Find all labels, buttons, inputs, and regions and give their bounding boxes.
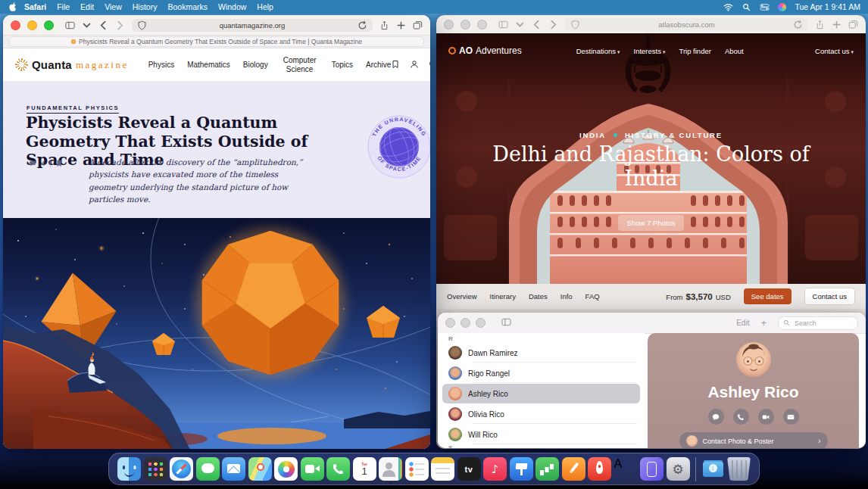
- reminders-dock-icon[interactable]: [405, 457, 429, 481]
- nav-archive[interactable]: Archive: [366, 61, 391, 69]
- notes-dock-icon[interactable]: [431, 457, 454, 481]
- video-call-button[interactable]: [758, 409, 774, 425]
- bookmark-icon[interactable]: [391, 58, 400, 72]
- rocket-dock-icon[interactable]: [588, 457, 611, 481]
- finder-dock-icon[interactable]: [117, 457, 141, 481]
- search-icon[interactable]: [429, 58, 430, 72]
- account-icon[interactable]: [410, 58, 419, 72]
- tab-overview-icon[interactable]: [413, 20, 423, 30]
- calendar-dock-icon[interactable]: Tue1: [353, 457, 376, 481]
- downloads-dock-icon[interactable]: [701, 457, 725, 481]
- atlas-logo[interactable]: AOAdventures: [448, 45, 522, 56]
- zoom-button[interactable]: [476, 318, 486, 328]
- menu-history[interactable]: History: [133, 2, 158, 11]
- add-contact-button[interactable]: +: [760, 317, 767, 329]
- save-article-icon[interactable]: [55, 160, 63, 167]
- app-store-dock-icon[interactable]: A: [614, 457, 638, 481]
- contact-row[interactable]: Will Rico: [442, 425, 640, 444]
- messages-dock-icon[interactable]: [196, 457, 220, 481]
- contact-photo-poster-row[interactable]: Contact Photo & Poster ›: [679, 432, 828, 448]
- forward-icon[interactable]: [548, 20, 558, 30]
- sidebar-icon[interactable]: [498, 20, 508, 30]
- browser-tab[interactable]: Physicists Reveal a Quantum Geometry Tha…: [9, 36, 424, 47]
- facetime-dock-icon[interactable]: [301, 457, 324, 481]
- sidebar-icon[interactable]: [501, 316, 511, 330]
- menu-bookmarks[interactable]: Bookmarks: [167, 2, 208, 11]
- minimize-button[interactable]: [461, 20, 470, 30]
- nav-destinations[interactable]: Destinations▾: [576, 47, 620, 55]
- nav-computer-science[interactable]: Computer Science: [281, 56, 319, 73]
- minimize-button[interactable]: [27, 20, 37, 30]
- nav-physics[interactable]: Physics: [148, 61, 174, 69]
- tab-overview-icon[interactable]: [848, 20, 858, 30]
- menu-file[interactable]: File: [57, 2, 70, 11]
- tab-info[interactable]: Info: [560, 292, 573, 301]
- contacts-dock-icon[interactable]: [379, 457, 402, 481]
- keynote-dock-icon[interactable]: [510, 457, 533, 481]
- call-button[interactable]: [733, 409, 749, 425]
- trash-dock-icon[interactable]: [727, 457, 751, 481]
- hero-tag-topic[interactable]: HISTORY & CULTURE: [625, 131, 723, 139]
- close-button[interactable]: [444, 20, 454, 30]
- contact-us-button[interactable]: Contact us: [804, 288, 855, 305]
- system-settings-dock-icon[interactable]: ⚙: [667, 457, 690, 481]
- maps-dock-icon[interactable]: [248, 457, 272, 481]
- edit-button[interactable]: Edit: [736, 319, 749, 327]
- quanta-logo[interactable]: Quantamagazine: [15, 58, 129, 71]
- url-field[interactable]: quantamagazine.org: [132, 19, 373, 32]
- mail-dock-icon[interactable]: [222, 457, 245, 481]
- show-photos-button[interactable]: Show 7 Photos: [618, 215, 685, 231]
- chevron-down-icon[interactable]: [515, 20, 525, 30]
- reload-icon[interactable]: [793, 20, 803, 30]
- menu-app-name[interactable]: Safari: [24, 2, 46, 11]
- spotlight-search-icon[interactable]: [742, 3, 751, 11]
- photos-dock-icon[interactable]: [274, 457, 298, 481]
- pages-dock-icon[interactable]: [562, 457, 585, 481]
- reload-icon[interactable]: [358, 20, 367, 30]
- hero-tag-country[interactable]: INDIA: [579, 131, 606, 139]
- siri-icon[interactable]: [778, 3, 786, 11]
- new-tab-icon[interactable]: [832, 20, 841, 30]
- comments-icon[interactable]: [29, 160, 36, 167]
- contact-row[interactable]: Olivia Rico: [442, 404, 640, 424]
- phone-dock-icon[interactable]: [326, 457, 350, 481]
- nav-trip-finder[interactable]: Trip finder: [679, 47, 710, 55]
- search-input[interactable]: [793, 319, 841, 328]
- music-dock-icon[interactable]: ♪: [483, 457, 507, 481]
- apple-menu-icon[interactable]: [9, 2, 17, 11]
- wifi-icon[interactable]: [723, 3, 733, 11]
- nav-biology[interactable]: Biology: [243, 61, 268, 69]
- close-button[interactable]: [11, 20, 20, 30]
- share-icon[interactable]: [815, 20, 825, 30]
- back-icon[interactable]: [98, 20, 108, 30]
- menu-bar-clock[interactable]: Tue Apr 1 9:41 AM: [795, 2, 860, 11]
- contact-photo[interactable]: [736, 342, 771, 377]
- nav-about[interactable]: About: [725, 47, 744, 55]
- tv-dock-icon[interactable]: tv: [457, 457, 481, 481]
- zoom-button[interactable]: [44, 20, 54, 30]
- email-button[interactable]: [783, 409, 799, 425]
- contact-row[interactable]: Rigo Rangel: [442, 363, 640, 383]
- menu-view[interactable]: View: [105, 2, 122, 11]
- launchpad-dock-icon[interactable]: [144, 457, 167, 481]
- back-icon[interactable]: [532, 20, 542, 30]
- article-kicker[interactable]: FUNDAMENTAL PHYSICS: [27, 104, 119, 114]
- menu-window[interactable]: Window: [218, 2, 246, 11]
- numbers-dock-icon[interactable]: [535, 457, 559, 481]
- iphone-mirroring-dock-icon[interactable]: [640, 457, 663, 481]
- tab-itinerary[interactable]: Itinerary: [490, 292, 516, 301]
- tab-dates[interactable]: Dates: [529, 292, 548, 301]
- close-button[interactable]: [445, 318, 455, 328]
- control-center-icon[interactable]: [760, 3, 770, 11]
- see-dates-button[interactable]: See dates: [744, 288, 792, 304]
- chevron-down-icon[interactable]: [82, 20, 92, 30]
- nav-topics[interactable]: Topics: [332, 61, 353, 69]
- nav-mathematics[interactable]: Mathematics: [187, 61, 230, 69]
- menu-edit[interactable]: Edit: [80, 2, 94, 11]
- share-icon[interactable]: [379, 20, 389, 30]
- zoom-button[interactable]: [477, 20, 487, 30]
- nav-interests[interactable]: Interests▾: [634, 47, 666, 55]
- safari-dock-icon[interactable]: [170, 457, 193, 481]
- contact-row-selected[interactable]: Ashley Rico: [442, 384, 640, 403]
- comments-count[interactable]: 4: [41, 160, 45, 167]
